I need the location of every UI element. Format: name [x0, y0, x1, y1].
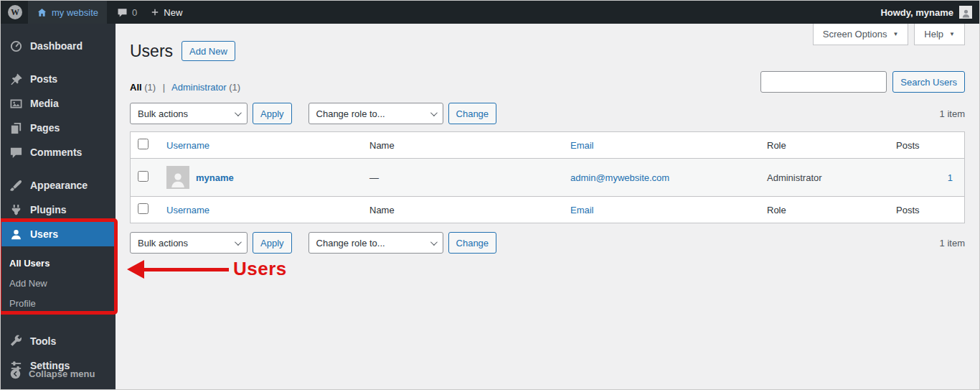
sidebar-item-label: Comments	[30, 147, 82, 158]
admin-bar-new[interactable]: New	[150, 7, 182, 18]
sidebar-item-plugins[interactable]: Plugins	[1, 198, 116, 222]
role-value: Administrator	[767, 172, 822, 183]
home-icon	[37, 7, 47, 18]
role-header: Role	[767, 140, 786, 151]
select-all-checkbox-bottom[interactable]	[138, 203, 149, 214]
filter-administrator-link[interactable]: Administrator	[171, 82, 227, 93]
dashboard-icon	[9, 40, 23, 53]
chevron-down-icon	[235, 109, 242, 116]
page-title: Users	[130, 42, 173, 61]
sidebar-item-appearance[interactable]: Appearance	[1, 173, 116, 198]
collapse-menu-label: Collapse menu	[29, 368, 95, 379]
select-all-checkbox-top[interactable]	[138, 139, 149, 149]
email-link[interactable]: admin@mywebsite.com	[570, 172, 669, 183]
name-footer: Name	[369, 205, 395, 215]
change-role-select[interactable]: Change role to...	[308, 103, 443, 124]
comment-bubble-icon	[117, 7, 128, 18]
sort-username-footer[interactable]: Username	[166, 205, 209, 215]
filter-separator: |	[163, 82, 165, 93]
screen-options-button[interactable]: Screen Options ▼	[813, 24, 909, 45]
sort-email-header[interactable]: Email	[570, 140, 594, 151]
apply-button-bottom[interactable]: Apply	[253, 232, 292, 254]
items-count: 1 item	[940, 108, 965, 119]
role-footer: Role	[767, 205, 786, 215]
wordpress-logo-icon[interactable]: W	[8, 5, 22, 19]
sidebar-item-posts[interactable]: Posts	[1, 67, 116, 91]
pushpin-icon	[9, 73, 23, 86]
bulk-actions-bar-bottom: Bulk actions Apply Change role to... Cha…	[130, 232, 965, 254]
bulk-actions-select-bottom[interactable]: Bulk actions	[130, 232, 248, 254]
change-role-selected: Change role to...	[316, 108, 385, 119]
sort-email-footer[interactable]: Email	[570, 205, 594, 215]
caret-down-icon: ▼	[892, 31, 898, 37]
sidebar-item-tools[interactable]: Tools	[1, 329, 116, 353]
change-button-bottom[interactable]: Change	[448, 232, 497, 254]
username-link[interactable]: myname	[196, 172, 234, 183]
sidebar-item-label: Dashboard	[30, 40, 83, 52]
name-value: —	[369, 172, 379, 183]
posts-header: Posts	[896, 140, 920, 151]
filter-all-count: (1)	[144, 82, 156, 93]
main-content: Screen Options ▼ Help ▼ Users Add New Al…	[116, 24, 979, 389]
apply-button[interactable]: Apply	[253, 103, 292, 124]
user-row-myname: myname — admin@mywebsite.com Administrat…	[131, 159, 964, 196]
row-checkbox[interactable]	[138, 171, 149, 182]
plus-icon	[150, 7, 160, 17]
pages-icon	[9, 121, 23, 135]
change-role-select-bottom[interactable]: Change role to...	[308, 232, 443, 254]
users-table: Username Name Email Role Posts myname	[130, 131, 965, 223]
help-label: Help	[924, 29, 943, 40]
submenu-item-profile[interactable]: Profile	[1, 293, 116, 313]
submenu-item-label: All Users	[9, 258, 50, 269]
comments-count: 0	[132, 7, 137, 18]
sidebar-item-label: Media	[30, 98, 59, 109]
bulk-actions-selected: Bulk actions	[138, 108, 188, 119]
change-role-selected: Change role to...	[316, 238, 385, 249]
sidebar-item-label: Tools	[30, 335, 56, 347]
admin-sidebar: Dashboard Posts Media Pages Comments App…	[1, 24, 116, 389]
user-avatar	[166, 166, 189, 189]
sidebar-item-users[interactable]: Users	[1, 222, 116, 246]
site-name-label: my website	[52, 7, 98, 18]
bulk-actions-bar-top: Bulk actions Apply Change role to... Cha…	[130, 103, 965, 124]
name-header: Name	[369, 140, 395, 151]
table-footer-row: Username Name Email Role Posts	[131, 196, 964, 223]
sort-username-header[interactable]: Username	[166, 140, 209, 151]
sidebar-item-comments[interactable]: Comments	[1, 140, 116, 164]
new-label: New	[164, 7, 182, 18]
site-name-menu[interactable]: my website	[28, 1, 107, 24]
bulk-actions-selected: Bulk actions	[138, 238, 188, 249]
sidebar-item-pages[interactable]: Pages	[1, 116, 116, 140]
user-icon	[9, 228, 23, 241]
sidebar-item-media[interactable]: Media	[1, 91, 116, 116]
admin-avatar[interactable]	[959, 6, 972, 19]
filter-admin-count: (1)	[229, 82, 240, 93]
plug-icon	[9, 203, 23, 217]
wp-logo-letter: W	[11, 7, 19, 18]
posts-count-link[interactable]: 1	[948, 172, 953, 183]
collapse-menu-button[interactable]: Collapse menu	[1, 361, 116, 386]
sidebar-item-label: Plugins	[30, 204, 67, 215]
bulk-actions-select[interactable]: Bulk actions	[130, 103, 248, 124]
admin-bar: W my website 0 New Howdy, myname	[1, 1, 979, 24]
sidebar-item-label: Posts	[30, 73, 57, 85]
table-header-row: Username Name Email Role Posts	[131, 132, 964, 159]
chevron-down-icon	[430, 238, 437, 246]
chevron-down-icon	[235, 238, 242, 246]
users-submenu: All Users Add New Profile	[1, 246, 116, 320]
change-button[interactable]: Change	[448, 103, 497, 124]
items-count-bottom: 1 item	[940, 238, 965, 249]
add-new-button[interactable]: Add New	[182, 41, 235, 61]
sidebar-item-label: Pages	[30, 122, 60, 134]
search-users-button[interactable]: Search Users	[892, 71, 965, 93]
howdy-text[interactable]: Howdy, myname	[880, 7, 953, 18]
search-users-input[interactable]	[760, 71, 887, 93]
submenu-item-all-users[interactable]: All Users	[1, 253, 116, 273]
help-button[interactable]: Help ▼	[914, 24, 965, 45]
sidebar-item-dashboard[interactable]: Dashboard	[1, 34, 116, 58]
admin-bar-comments[interactable]: 0	[117, 7, 137, 18]
filter-all-link[interactable]: All	[130, 82, 142, 93]
submenu-item-add-new[interactable]: Add New	[1, 273, 116, 293]
chevron-down-icon	[430, 109, 437, 116]
screen-options-label: Screen Options	[823, 29, 887, 40]
